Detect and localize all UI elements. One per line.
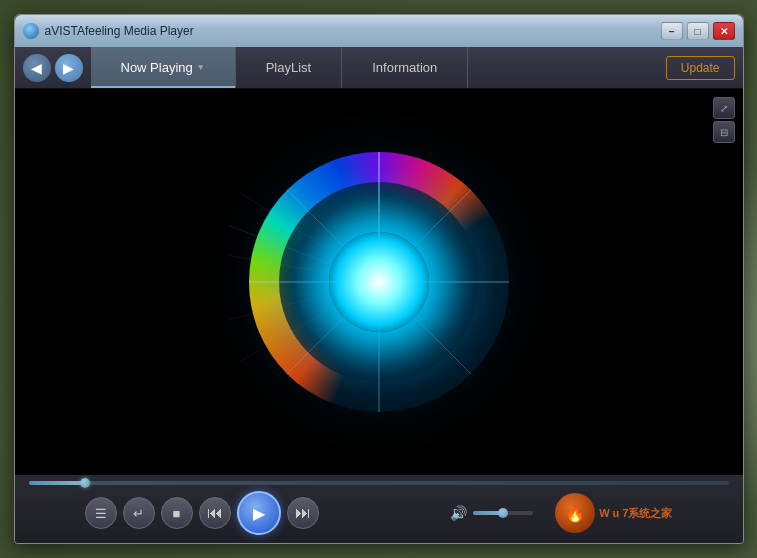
progress-bar-container[interactable] <box>25 479 733 487</box>
prev-button[interactable]: ⏮ <box>199 497 231 529</box>
tab-playlist-label: PlayList <box>266 60 312 75</box>
visualization-orb <box>229 132 529 432</box>
title-bar-left: aVISTAfeeling Media Player <box>23 23 194 39</box>
maximize-button[interactable]: □ <box>687 22 709 40</box>
window-controls: – □ ✕ <box>661 22 735 40</box>
progress-track[interactable] <box>29 481 729 485</box>
corner-buttons: ⤢ ⊟ <box>713 97 735 143</box>
volume-thumb[interactable] <box>498 508 508 518</box>
orb-glow <box>329 232 429 332</box>
open-file-button[interactable]: ↵ <box>123 497 155 529</box>
controls-bar: ☰ ↵ ■ ⏮ ▶ ⏭ 🔊 🔥 W u 7系统之家 <box>15 475 743 543</box>
forward-button[interactable]: ▶ <box>55 54 83 82</box>
media-player-window: aVISTAfeeling Media Player – □ ✕ ◀ ▶ Now… <box>14 14 744 544</box>
progress-fill <box>29 481 85 485</box>
nav-bar: ◀ ▶ Now Playing ▼ PlayList Information U… <box>15 47 743 89</box>
close-button[interactable]: ✕ <box>713 22 735 40</box>
playlist-toggle-button[interactable]: ☰ <box>85 497 117 529</box>
volume-track[interactable] <box>473 511 533 515</box>
controls-buttons: ☰ ↵ ■ ⏮ ▶ ⏭ 🔊 🔥 W u 7系统之家 <box>25 487 733 539</box>
update-button[interactable]: Update <box>666 56 735 80</box>
app-icon <box>23 23 39 39</box>
play-pause-button[interactable]: ▶ <box>237 491 281 535</box>
mini-button[interactable]: ⊟ <box>713 121 735 143</box>
video-area: ⤢ ⊟ <box>15 89 743 475</box>
watermark-logo: 🔥 <box>555 493 595 533</box>
volume-area: 🔊 <box>450 505 533 521</box>
tab-playlist[interactable]: PlayList <box>236 47 343 88</box>
tab-information-label: Information <box>372 60 437 75</box>
tab-information[interactable]: Information <box>342 47 468 88</box>
nav-arrows: ◀ ▶ <box>15 47 91 88</box>
tabs: Now Playing ▼ PlayList Information <box>91 47 658 88</box>
volume-icon: 🔊 <box>450 505 467 521</box>
minimize-button[interactable]: – <box>661 22 683 40</box>
tab-now-playing-arrow: ▼ <box>197 63 205 72</box>
watermark: 🔥 W u 7系统之家 <box>555 493 672 533</box>
back-button[interactable]: ◀ <box>23 54 51 82</box>
expand-button[interactable]: ⤢ <box>713 97 735 119</box>
tab-now-playing-label: Now Playing <box>121 60 193 75</box>
watermark-icon: 🔥 <box>565 504 585 523</box>
stop-button[interactable]: ■ <box>161 497 193 529</box>
title-bar: aVISTAfeeling Media Player – □ ✕ <box>15 15 743 47</box>
window-title: aVISTAfeeling Media Player <box>45 24 194 38</box>
watermark-text: W u 7系统之家 <box>599 506 672 521</box>
next-button[interactable]: ⏭ <box>287 497 319 529</box>
tab-now-playing[interactable]: Now Playing ▼ <box>91 47 236 88</box>
